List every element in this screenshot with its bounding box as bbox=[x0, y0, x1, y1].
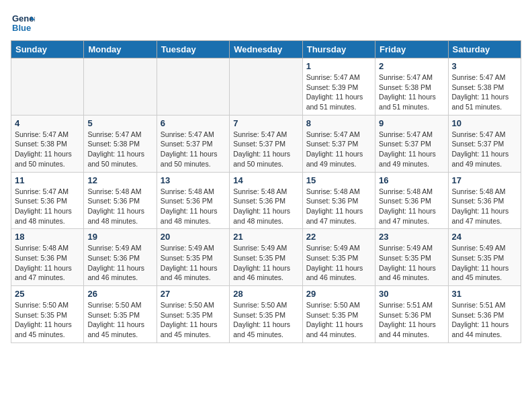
day-cell-17: 17Sunrise: 5:48 AM Sunset: 5:36 PM Dayli… bbox=[448, 172, 521, 229]
day-number: 6 bbox=[161, 118, 226, 128]
day-number: 10 bbox=[452, 118, 517, 128]
weekday-tuesday: Tuesday bbox=[157, 41, 229, 58]
day-cell-31: 31Sunrise: 5:51 AM Sunset: 5:36 PM Dayli… bbox=[448, 286, 521, 343]
day-info: Sunrise: 5:51 AM Sunset: 5:36 PM Dayligh… bbox=[379, 300, 444, 340]
day-cell-6: 6Sunrise: 5:47 AM Sunset: 5:37 PM Daylig… bbox=[157, 115, 229, 172]
day-cell-9: 9Sunrise: 5:47 AM Sunset: 5:37 PM Daylig… bbox=[375, 115, 448, 172]
day-number: 4 bbox=[15, 118, 80, 128]
day-info: Sunrise: 5:47 AM Sunset: 5:38 PM Dayligh… bbox=[87, 130, 152, 169]
day-number: 9 bbox=[379, 118, 444, 128]
day-number: 31 bbox=[452, 289, 517, 299]
day-info: Sunrise: 5:48 AM Sunset: 5:36 PM Dayligh… bbox=[306, 187, 371, 226]
day-info: Sunrise: 5:48 AM Sunset: 5:36 PM Dayligh… bbox=[87, 187, 152, 226]
week-row-2: 4Sunrise: 5:47 AM Sunset: 5:38 PM Daylig… bbox=[11, 115, 521, 172]
logo-icon: General Blue bbox=[11, 11, 35, 35]
day-number: 30 bbox=[379, 289, 444, 299]
day-number: 21 bbox=[233, 232, 298, 242]
day-number: 18 bbox=[15, 232, 80, 242]
day-cell-5: 5Sunrise: 5:47 AM Sunset: 5:38 PM Daylig… bbox=[84, 115, 157, 172]
day-number: 12 bbox=[87, 175, 152, 185]
day-number: 17 bbox=[452, 175, 517, 185]
day-number: 13 bbox=[161, 175, 226, 185]
day-cell-24: 24Sunrise: 5:49 AM Sunset: 5:35 PM Dayli… bbox=[448, 229, 521, 286]
day-cell-18: 18Sunrise: 5:48 AM Sunset: 5:36 PM Dayli… bbox=[11, 229, 84, 286]
day-number: 24 bbox=[452, 232, 517, 242]
day-info: Sunrise: 5:48 AM Sunset: 5:36 PM Dayligh… bbox=[379, 187, 444, 226]
day-number: 14 bbox=[233, 175, 298, 185]
day-info: Sunrise: 5:50 AM Sunset: 5:35 PM Dayligh… bbox=[87, 300, 152, 340]
day-info: Sunrise: 5:49 AM Sunset: 5:35 PM Dayligh… bbox=[161, 243, 226, 283]
day-number: 23 bbox=[379, 232, 444, 242]
day-info: Sunrise: 5:47 AM Sunset: 5:38 PM Dayligh… bbox=[15, 130, 80, 169]
day-cell-27: 27Sunrise: 5:50 AM Sunset: 5:35 PM Dayli… bbox=[157, 286, 229, 343]
day-number: 25 bbox=[15, 289, 80, 299]
day-cell-12: 12Sunrise: 5:48 AM Sunset: 5:36 PM Dayli… bbox=[84, 172, 157, 229]
day-cell-20: 20Sunrise: 5:49 AM Sunset: 5:35 PM Dayli… bbox=[157, 229, 229, 286]
day-cell-1: 1Sunrise: 5:47 AM Sunset: 5:39 PM Daylig… bbox=[302, 58, 375, 116]
day-info: Sunrise: 5:47 AM Sunset: 5:38 PM Dayligh… bbox=[452, 73, 517, 112]
day-cell-21: 21Sunrise: 5:49 AM Sunset: 5:35 PM Dayli… bbox=[230, 229, 302, 286]
day-info: Sunrise: 5:48 AM Sunset: 5:36 PM Dayligh… bbox=[233, 187, 298, 226]
weekday-saturday: Saturday bbox=[448, 41, 521, 58]
weekday-thursday: Thursday bbox=[302, 41, 375, 58]
day-cell-11: 11Sunrise: 5:47 AM Sunset: 5:36 PM Dayli… bbox=[11, 172, 84, 229]
week-row-1: 1Sunrise: 5:47 AM Sunset: 5:39 PM Daylig… bbox=[11, 58, 521, 116]
day-cell-22: 22Sunrise: 5:49 AM Sunset: 5:35 PM Dayli… bbox=[302, 229, 375, 286]
day-cell-13: 13Sunrise: 5:48 AM Sunset: 5:36 PM Dayli… bbox=[157, 172, 229, 229]
day-info: Sunrise: 5:49 AM Sunset: 5:35 PM Dayligh… bbox=[379, 243, 444, 283]
day-info: Sunrise: 5:49 AM Sunset: 5:35 PM Dayligh… bbox=[452, 243, 517, 283]
day-number: 22 bbox=[306, 232, 371, 242]
day-number: 29 bbox=[306, 289, 371, 299]
weekday-wednesday: Wednesday bbox=[230, 41, 302, 58]
day-info: Sunrise: 5:47 AM Sunset: 5:36 PM Dayligh… bbox=[15, 187, 80, 226]
day-cell-23: 23Sunrise: 5:49 AM Sunset: 5:35 PM Dayli… bbox=[375, 229, 448, 286]
day-cell-30: 30Sunrise: 5:51 AM Sunset: 5:36 PM Dayli… bbox=[375, 286, 448, 343]
day-cell-25: 25Sunrise: 5:50 AM Sunset: 5:35 PM Dayli… bbox=[11, 286, 84, 343]
day-number: 3 bbox=[452, 61, 517, 71]
day-info: Sunrise: 5:47 AM Sunset: 5:37 PM Dayligh… bbox=[233, 130, 298, 169]
logo: General Blue bbox=[11, 11, 38, 35]
day-info: Sunrise: 5:49 AM Sunset: 5:36 PM Dayligh… bbox=[87, 243, 152, 283]
day-info: Sunrise: 5:50 AM Sunset: 5:35 PM Dayligh… bbox=[161, 300, 226, 340]
weekday-monday: Monday bbox=[84, 41, 157, 58]
day-cell-empty bbox=[84, 58, 157, 116]
page-header: General Blue bbox=[11, 11, 521, 35]
day-info: Sunrise: 5:47 AM Sunset: 5:37 PM Dayligh… bbox=[306, 130, 371, 169]
day-number: 27 bbox=[161, 289, 226, 299]
day-cell-empty bbox=[230, 58, 302, 116]
day-cell-7: 7Sunrise: 5:47 AM Sunset: 5:37 PM Daylig… bbox=[230, 115, 302, 172]
day-number: 28 bbox=[233, 289, 298, 299]
day-number: 26 bbox=[87, 289, 152, 299]
day-info: Sunrise: 5:48 AM Sunset: 5:36 PM Dayligh… bbox=[15, 243, 80, 283]
day-info: Sunrise: 5:47 AM Sunset: 5:38 PM Dayligh… bbox=[379, 73, 444, 112]
day-info: Sunrise: 5:47 AM Sunset: 5:39 PM Dayligh… bbox=[306, 73, 371, 112]
day-number: 7 bbox=[233, 118, 298, 128]
day-info: Sunrise: 5:49 AM Sunset: 5:35 PM Dayligh… bbox=[306, 243, 371, 283]
day-cell-16: 16Sunrise: 5:48 AM Sunset: 5:36 PM Dayli… bbox=[375, 172, 448, 229]
day-cell-29: 29Sunrise: 5:50 AM Sunset: 5:35 PM Dayli… bbox=[302, 286, 375, 343]
weekday-friday: Friday bbox=[375, 41, 448, 58]
day-number: 8 bbox=[306, 118, 371, 128]
day-cell-19: 19Sunrise: 5:49 AM Sunset: 5:36 PM Dayli… bbox=[84, 229, 157, 286]
day-info: Sunrise: 5:48 AM Sunset: 5:36 PM Dayligh… bbox=[161, 187, 226, 226]
day-cell-empty bbox=[157, 58, 229, 116]
day-number: 19 bbox=[87, 232, 152, 242]
weekday-sunday: Sunday bbox=[11, 41, 84, 58]
day-number: 15 bbox=[306, 175, 371, 185]
day-info: Sunrise: 5:50 AM Sunset: 5:35 PM Dayligh… bbox=[306, 300, 371, 340]
day-number: 5 bbox=[87, 118, 152, 128]
day-info: Sunrise: 5:51 AM Sunset: 5:36 PM Dayligh… bbox=[452, 300, 517, 340]
day-cell-15: 15Sunrise: 5:48 AM Sunset: 5:36 PM Dayli… bbox=[302, 172, 375, 229]
day-number: 20 bbox=[161, 232, 226, 242]
svg-text:Blue: Blue bbox=[12, 23, 31, 33]
day-cell-4: 4Sunrise: 5:47 AM Sunset: 5:38 PM Daylig… bbox=[11, 115, 84, 172]
weekday-header-row: SundayMondayTuesdayWednesdayThursdayFrid… bbox=[11, 41, 521, 58]
day-info: Sunrise: 5:47 AM Sunset: 5:37 PM Dayligh… bbox=[379, 130, 444, 169]
day-info: Sunrise: 5:48 AM Sunset: 5:36 PM Dayligh… bbox=[452, 187, 517, 226]
day-number: 11 bbox=[15, 175, 80, 185]
day-cell-8: 8Sunrise: 5:47 AM Sunset: 5:37 PM Daylig… bbox=[302, 115, 375, 172]
day-info: Sunrise: 5:47 AM Sunset: 5:37 PM Dayligh… bbox=[452, 130, 517, 169]
day-info: Sunrise: 5:50 AM Sunset: 5:35 PM Dayligh… bbox=[233, 300, 298, 340]
week-row-5: 25Sunrise: 5:50 AM Sunset: 5:35 PM Dayli… bbox=[11, 286, 521, 343]
calendar-body: 1Sunrise: 5:47 AM Sunset: 5:39 PM Daylig… bbox=[11, 58, 521, 343]
